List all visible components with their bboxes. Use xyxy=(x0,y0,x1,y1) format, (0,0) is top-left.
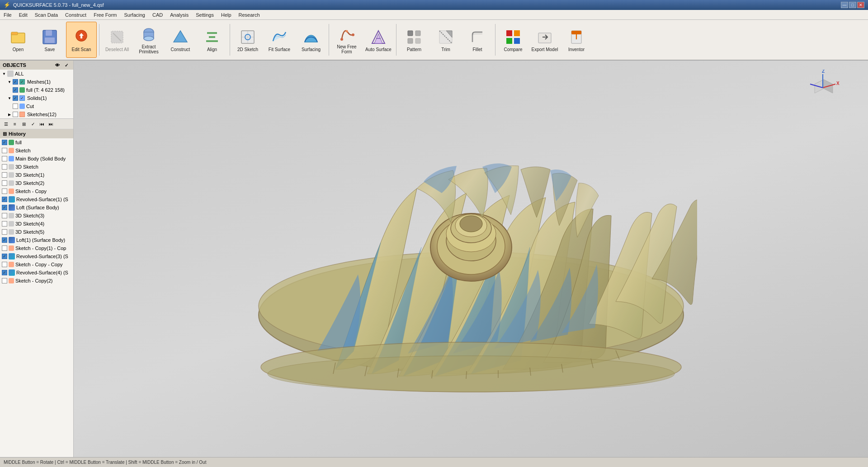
sketches-checkbox[interactable] xyxy=(13,112,18,117)
hist-item-3dsketch4[interactable]: 3D Sketch(4) xyxy=(0,220,73,228)
export-model-button[interactable]: Export Model xyxy=(529,22,560,58)
menu-item-cad[interactable]: CAD xyxy=(149,10,166,19)
hist-item-3dsketch5[interactable]: 3D Sketch(5) xyxy=(0,228,73,236)
menu-item-construct[interactable]: Construct xyxy=(61,10,90,19)
cut-checkbox[interactable] xyxy=(13,104,18,109)
hist-btn-6[interactable]: ⏭ xyxy=(47,120,55,128)
hist-main-body-cb[interactable] xyxy=(2,156,7,161)
menu-item-analysis[interactable]: Analysis xyxy=(166,10,192,19)
hist-btn-5[interactable]: ⏮ xyxy=(38,120,46,128)
hist-item-sketch-copy2[interactable]: Sketch - Copy(2) xyxy=(0,277,73,285)
hist-item-3dsketch2[interactable]: 3D Sketch(2) xyxy=(0,179,73,187)
hist-btn-2[interactable]: ≡ xyxy=(11,120,19,128)
surfacing-button[interactable]: Surfacing xyxy=(296,22,326,58)
menu-item-file[interactable]: File xyxy=(0,10,15,19)
hist-btn-4[interactable]: ✓ xyxy=(29,120,37,128)
menu-item-surfacing[interactable]: Surfacing xyxy=(121,10,149,19)
hist-sketch-copy2-cb[interactable] xyxy=(2,278,7,283)
hist-item-revolved4[interactable]: Revolved-Surface(4) (S xyxy=(0,269,73,277)
svg-line-61 xyxy=(466,371,467,379)
surfacing-label: Surfacing xyxy=(302,47,321,52)
extract-primitives-button[interactable]: Extract Primitives xyxy=(133,22,164,58)
solids-vis-checkbox[interactable] xyxy=(19,95,25,101)
new-free-form-button[interactable]: New Free Form xyxy=(331,22,362,58)
hist-3dsketch5-cb[interactable] xyxy=(2,229,7,235)
menu-item-research[interactable]: Research xyxy=(235,10,264,19)
hist-3dsketch1-cb[interactable] xyxy=(2,172,7,178)
close-button[interactable]: ✕ xyxy=(857,2,864,8)
hist-btn-3[interactable]: ⊞ xyxy=(20,120,28,128)
menu-item-scan-data[interactable]: Scan Data xyxy=(31,10,61,19)
svg-point-56 xyxy=(268,356,675,392)
hist-item-main-body[interactable]: Main Body (Solid Body xyxy=(0,155,73,163)
hist-3dsketch4-cb[interactable] xyxy=(2,221,7,226)
hist-revolved1-cb[interactable] xyxy=(2,197,7,202)
separator-3 xyxy=(329,24,329,56)
meshes-checkbox[interactable] xyxy=(13,79,18,85)
hist-item-sketch[interactable]: Sketch xyxy=(0,146,73,155)
save-button[interactable]: Save xyxy=(34,22,65,58)
hist-item-loft1[interactable]: Loft(1) (Surface Body) xyxy=(0,236,73,244)
hist-3dsketch2-cb[interactable] xyxy=(2,180,7,186)
hist-revolved3-cb[interactable] xyxy=(2,254,7,259)
maximize-button[interactable]: □ xyxy=(849,2,856,8)
hist-sketch-copy1-cb[interactable] xyxy=(2,245,7,251)
sketches-vis-checkbox[interactable] xyxy=(19,112,25,117)
hist-item-revolved3[interactable]: Revolved-Surface(3) (S xyxy=(0,252,73,260)
solids-checkbox[interactable] xyxy=(13,95,18,101)
edit-scan-button[interactable]: Edit Scan xyxy=(66,22,97,58)
tree-sketches[interactable]: ▶ Sketches(12) xyxy=(0,110,73,118)
pattern-button[interactable]: Pattern xyxy=(399,22,429,58)
tree-all[interactable]: ▼ ALL xyxy=(0,70,73,78)
svg-point-19 xyxy=(340,38,343,41)
objects-show-btn[interactable]: 👁 xyxy=(53,61,61,69)
menu-item-help[interactable]: Help xyxy=(217,10,235,19)
hist-3dsketch3-cb[interactable] xyxy=(2,213,7,218)
hist-sketch-copy-copy-cb[interactable] xyxy=(2,262,7,267)
construct-label: Construct xyxy=(171,47,190,52)
menu-item-edit[interactable]: Edit xyxy=(15,10,31,19)
minimize-button[interactable]: — xyxy=(841,2,848,8)
compare-button[interactable]: Compare xyxy=(498,22,528,58)
hist-btn-1[interactable]: ☰ xyxy=(2,120,10,128)
tree-meshes[interactable]: ▼ Meshes(1) xyxy=(0,78,73,86)
fit-surface-button[interactable]: Fit Surface xyxy=(264,22,295,58)
align-button[interactable]: Align xyxy=(197,22,227,58)
tree-solids[interactable]: ▼ Solids(1) xyxy=(0,94,73,102)
hist-item-sketch-copy[interactable]: Sketch - Copy xyxy=(0,187,73,195)
svg-rect-12 xyxy=(207,32,217,34)
auto-surface-button[interactable]: Auto Surface xyxy=(363,22,394,58)
fillet-button[interactable]: Fillet xyxy=(462,22,493,58)
compare-icon xyxy=(504,28,522,46)
menu-item-settings[interactable]: Settings xyxy=(192,10,217,19)
trim-button[interactable]: Trim xyxy=(430,22,461,58)
2d-sketch-button[interactable]: 2D Sketch xyxy=(232,22,263,58)
hist-item-sketch-copy-copy[interactable]: Sketch - Copy - Copy xyxy=(0,260,73,269)
hist-sketch-cb[interactable] xyxy=(2,148,7,153)
tree-cut[interactable]: Cut xyxy=(0,102,73,110)
hist-item-full[interactable]: full xyxy=(0,138,73,146)
inventor-button[interactable]: I Inventor xyxy=(561,22,592,58)
menu-item-free-form[interactable]: Free Form xyxy=(90,10,120,19)
hist-full-cb[interactable] xyxy=(2,140,7,145)
full-mesh-checkbox[interactable] xyxy=(13,87,18,93)
hist-item-3dsketch1[interactable]: 3D Sketch(1) xyxy=(0,171,73,179)
hist-loft-cb[interactable] xyxy=(2,205,7,210)
hist-item-revolved1[interactable]: Revolved-Surface(1) (S xyxy=(0,195,73,203)
meshes-vis-checkbox[interactable] xyxy=(19,79,25,85)
hist-item-sketch-copy1[interactable]: Sketch - Copy(1) - Cop xyxy=(0,244,73,252)
tree-full-mesh[interactable]: full (T: 4 622 158) xyxy=(0,86,73,94)
hist-revolved4-cb[interactable] xyxy=(2,270,7,275)
history-header: ⊞ History xyxy=(0,129,73,138)
hist-item-3dsketch[interactable]: 3D Sketch xyxy=(0,163,73,171)
construct-button[interactable]: Construct xyxy=(165,22,196,58)
deselect-all-button[interactable]: Deselect All xyxy=(102,22,132,58)
hist-item-3dsketch3[interactable]: 3D Sketch(3) xyxy=(0,212,73,220)
hist-loft1-cb[interactable] xyxy=(2,237,7,243)
hist-sketch-copy-cb[interactable] xyxy=(2,189,7,194)
objects-check-btn[interactable]: ✓ xyxy=(62,61,71,69)
open-button[interactable]: Open xyxy=(3,22,33,58)
viewport[interactable]: X Z xyxy=(74,61,868,457)
hist-3dsketch-cb[interactable] xyxy=(2,164,7,170)
hist-item-loft[interactable]: Loft (Surface Body) xyxy=(0,203,73,212)
